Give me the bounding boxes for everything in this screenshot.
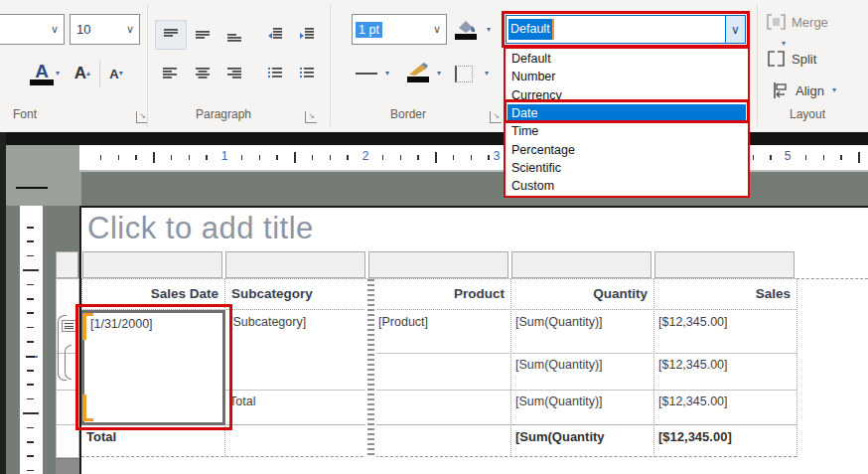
table-right-edge — [796, 279, 797, 457]
selection-handle[interactable] — [82, 313, 86, 340]
border-color-button[interactable] — [401, 58, 435, 87]
border-dialog-launcher[interactable]: ↘ — [490, 111, 502, 123]
border-width-combobox[interactable]: 1 pt ∨ — [352, 14, 447, 45]
border-color-dropdown-arrow[interactable]: ▾ — [437, 70, 441, 78]
column-handle[interactable] — [654, 251, 795, 278]
table-cell[interactable]: [Sum(Quantity)] — [510, 354, 650, 389]
combobox-chevron-button[interactable]: ∨ — [725, 16, 745, 43]
column-header-subcategory[interactable]: Subcategory — [224, 278, 368, 310]
align-left-button[interactable] — [155, 60, 185, 87]
selection-handle[interactable] — [82, 395, 86, 421]
table-cell[interactable]: [$12,345.00] — [653, 391, 793, 423]
grow-font-button[interactable]: A ▾ — [68, 57, 97, 90]
table-cell[interactable]: [$12,345.00] — [653, 354, 793, 389]
background-fill-color-button[interactable] — [449, 16, 483, 44]
font-name-combobox[interactable]: ∨ — [0, 14, 65, 45]
selected-date-cell[interactable]: [1/31/2000] — [81, 310, 225, 425]
column-handle[interactable] — [511, 251, 651, 278]
format-option-percentage[interactable]: Percentage — [507, 141, 746, 159]
align-center-icon — [196, 67, 211, 81]
bullet-list-button[interactable] — [260, 60, 290, 87]
borders-button[interactable] — [449, 60, 479, 87]
format-option-scientific[interactable]: Scientific — [507, 159, 746, 177]
format-option-date[interactable]: Date — [507, 104, 746, 122]
align-center-button[interactable] — [188, 60, 217, 87]
ruler-tick — [27, 312, 34, 314]
chevron-down-icon[interactable]: ∨ — [46, 23, 64, 36]
title-placeholder[interactable]: Click to add title — [87, 211, 614, 251]
format-option-custom[interactable]: Custom — [507, 177, 746, 195]
increase-indent-icon — [300, 27, 315, 42]
chevron-down-icon[interactable]: ∨ — [121, 23, 139, 36]
text-cursor — [552, 19, 554, 40]
format-option-default[interactable]: Default — [507, 50, 746, 68]
vertical-align-top-button[interactable] — [155, 20, 187, 50]
ruler-tick — [27, 227, 34, 229]
vertical-align-bottom-button[interactable] — [219, 20, 249, 48]
table-cell[interactable]: [Subcategory] — [224, 311, 363, 352]
table-corner-handle[interactable] — [56, 251, 78, 278]
align-right-button[interactable] — [219, 60, 249, 87]
ruler-tick — [27, 284, 34, 286]
decrease-indent-button[interactable] — [260, 20, 290, 48]
selection-handle — [82, 313, 93, 316]
format-option-time[interactable]: Time — [507, 122, 746, 140]
borders-dropdown-arrow[interactable]: ▾ — [485, 70, 489, 78]
paragraph-dialog-launcher[interactable]: ↘ — [305, 111, 317, 123]
align-button[interactable]: Align ▾ — [773, 79, 862, 101]
column-handle[interactable] — [368, 251, 508, 278]
ruler-tick — [27, 455, 34, 457]
table-cell[interactable]: [Sum(Quantity)] — [510, 391, 650, 423]
font-color-dropdown-arrow[interactable]: ▾ — [56, 70, 60, 78]
ruler-number: 3 — [494, 149, 501, 163]
column-header-product[interactable]: Product — [367, 278, 511, 310]
format-option-number[interactable]: Number — [507, 68, 746, 85]
format-dropdown-list[interactable]: DefaultNumberCurrencyDateTimePercentageS… — [504, 47, 750, 198]
merge-button[interactable]: Merge — [767, 11, 856, 33]
vertical-align-middle-button[interactable] — [188, 20, 217, 48]
font-size-value: 10 — [76, 22, 90, 37]
group-separator — [147, 5, 148, 126]
border-pen-icon — [407, 63, 429, 77]
grow-font-arrow-icon: ▾ — [86, 70, 90, 78]
ruler-tick — [171, 155, 173, 160]
ruler-corner — [6, 145, 81, 206]
shrink-font-button[interactable]: A ▾ — [101, 57, 131, 90]
column-resize-handle[interactable] — [365, 279, 376, 457]
align-dropdown-arrow[interactable]: ▾ — [832, 86, 836, 94]
font-size-combobox[interactable]: 10 ∨ — [70, 14, 140, 45]
ruler-tick — [347, 155, 349, 160]
increase-indent-button[interactable] — [292, 20, 322, 48]
ruler-tick — [753, 155, 755, 160]
fill-color-dropdown-arrow[interactable]: ▾ — [487, 26, 491, 34]
split-dropdown-arrow[interactable]: ▾ — [782, 40, 786, 48]
column-handle[interactable] — [225, 251, 365, 278]
ruler-tick — [294, 152, 296, 163]
ruler-number: 5 — [785, 149, 792, 163]
chevron-down-icon[interactable]: ∨ — [428, 23, 446, 36]
border-style-dropdown-arrow[interactable]: ▾ — [385, 70, 389, 78]
table-cell[interactable]: [$12,345.00] — [653, 311, 793, 352]
format-option-currency[interactable]: Currency — [507, 86, 746, 104]
column-handle[interactable] — [82, 251, 222, 278]
table-cell[interactable]: [Sum(Quantity — [510, 425, 650, 456]
ruler-tick — [453, 155, 455, 160]
format-combobox[interactable]: Default ∨ — [506, 15, 746, 44]
table-cell[interactable]: Total — [224, 391, 363, 423]
column-header-sales[interactable]: Sales — [653, 278, 797, 310]
table-cell[interactable]: [Product] — [373, 311, 506, 352]
column-header-sales-date[interactable]: Sales Date — [81, 278, 225, 310]
numbered-list-button[interactable] — [292, 60, 322, 87]
split-button[interactable]: Split — [767, 48, 856, 70]
column-header-quantity[interactable]: Quantity — [510, 278, 654, 310]
ruler-position-marker — [26, 356, 38, 358]
table-cell[interactable]: [$12,345.00] — [653, 425, 793, 456]
ruler-tick — [417, 155, 419, 160]
table-bottom-edge — [81, 456, 796, 457]
vertical-ruler — [20, 206, 43, 474]
border-style-button[interactable] — [350, 60, 383, 87]
ruler-tick — [276, 155, 278, 160]
table-cell[interactable]: Total — [81, 425, 220, 456]
table-cell[interactable]: [Sum(Quantity)] — [510, 311, 650, 352]
row-group-icon[interactable] — [62, 320, 76, 332]
